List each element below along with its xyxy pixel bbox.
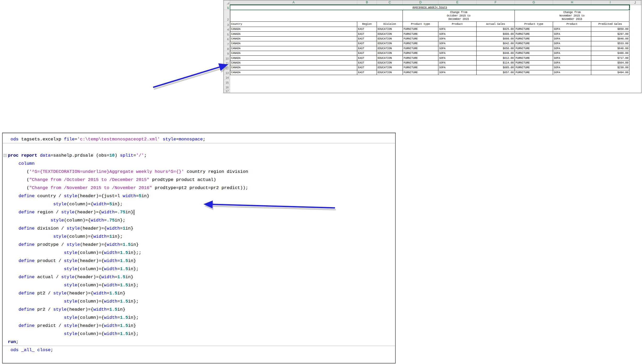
column-header-E[interactable]: E [438, 0, 477, 5]
code-line-24[interactable]: define predict / style(header)={width=1.… [3, 322, 395, 330]
data-cell[interactable]: $925.00 [477, 27, 515, 32]
group-header-oct-dec[interactable]: Change fromOctober 2015 toDecember 2015 [403, 10, 515, 22]
row-number-3[interactable]: 3 [224, 22, 230, 27]
select-all-button[interactable] [224, 0, 230, 5]
column-header-C[interactable]: C [377, 0, 403, 5]
code-line-16[interactable]: define product / style(header)={width=1.… [3, 257, 395, 265]
data-cell[interactable]: $717.00 [591, 56, 629, 60]
data-cell[interactable]: $850.00 [591, 27, 629, 32]
code-line-15[interactable]: style(column)={width=1.5in};; [3, 249, 395, 257]
data-cell[interactable]: SOFA [553, 37, 591, 41]
data-cell[interactable]: FURNITURE [515, 46, 553, 51]
code-line-4[interactable]: column [3, 160, 395, 168]
data-cell[interactable]: FURNITURE [515, 32, 553, 36]
data-cell[interactable]: EDUCATION [377, 32, 403, 36]
data-cell[interactable]: FURNITURE [515, 56, 553, 60]
data-cell[interactable]: $230.00 [591, 65, 629, 70]
data-cell[interactable]: EDUCATION [377, 41, 403, 46]
data-cell[interactable]: SOFA [438, 32, 477, 36]
data-cell[interactable]: SOFA [438, 51, 477, 56]
data-cell[interactable]: CANADA [230, 65, 357, 70]
data-cell[interactable]: SOFA [438, 56, 477, 60]
row-number-6[interactable]: 6 [224, 37, 230, 41]
data-cell[interactable]: SOFA [553, 41, 591, 46]
row-number-11[interactable]: 11 [224, 61, 230, 65]
data-cell[interactable]: FURNITURE [515, 37, 553, 41]
data-cell[interactable]: FURNITURE [403, 37, 438, 41]
data-cell[interactable]: $646.00 [591, 46, 629, 51]
column-header-F[interactable]: F [477, 0, 515, 5]
header-cell[interactable]: Division [377, 22, 403, 27]
data-cell[interactable]: $533.00 [591, 41, 629, 46]
data-cell[interactable]: CANADA [230, 32, 357, 36]
row-number-7[interactable]: 7 [224, 41, 230, 46]
code-line-1[interactable]: ods tagsets.excelxp file='c:\temp\testmo… [3, 135, 395, 143]
data-cell[interactable]: $657.00 [477, 70, 515, 75]
row-number-10[interactable]: 10 [224, 56, 230, 60]
data-cell[interactable]: CANADA [230, 51, 357, 56]
data-cell[interactable]: CANADA [230, 41, 357, 46]
data-cell[interactable]: EAST [357, 41, 377, 46]
data-cell[interactable]: FURNITURE [515, 41, 553, 46]
data-cell[interactable]: FURNITURE [515, 51, 553, 56]
header-cell[interactable]: Product type [403, 22, 438, 27]
data-cell[interactable]: CANADA [230, 37, 357, 41]
data-cell[interactable]: FURNITURE [403, 65, 438, 70]
row-number-9[interactable]: 9 [224, 51, 230, 56]
row-number-13[interactable]: 13 [224, 70, 230, 75]
empty-group-cell[interactable] [230, 10, 403, 22]
data-cell[interactable]: EAST [357, 65, 377, 70]
data-cell[interactable]: SOFA [553, 70, 591, 75]
header-cell[interactable]: Actual Sales [477, 22, 515, 27]
code-line-22[interactable]: define pr2 / style(header)={width=1.5in} [3, 305, 395, 314]
column-header-I[interactable]: I [591, 0, 629, 5]
data-cell[interactable]: $114.00 [477, 61, 515, 65]
data-cell[interactable]: CANADA [230, 61, 357, 65]
data-cell[interactable]: FURNITURE [403, 41, 438, 46]
data-cell[interactable]: SOFA [553, 27, 591, 32]
data-cell[interactable]: SOFA [553, 51, 591, 56]
code-line-26[interactable]: run; [3, 338, 395, 346]
header-cell[interactable]: Product type [515, 22, 553, 27]
data-cell[interactable]: EAST [357, 61, 377, 65]
column-header-H[interactable]: H [553, 0, 591, 5]
data-cell[interactable]: CANADA [230, 46, 357, 51]
data-cell[interactable]: FURNITURE [403, 56, 438, 60]
data-cell[interactable]: $608.00 [477, 37, 515, 41]
code-line-25[interactable]: style(column)={width=1.5in}; [3, 330, 395, 338]
code-line-7[interactable]: ("Change from /November 2015 to /Novembe… [3, 184, 395, 192]
data-cell[interactable]: FURNITURE [403, 51, 438, 56]
data-cell[interactable]: EAST [357, 51, 377, 56]
group-header-nov-nov[interactable]: Change fromNovember 2015 toNovember 2016 [515, 10, 629, 22]
data-cell[interactable]: $486.00 [591, 51, 629, 56]
row-number-14[interactable]: 14 [224, 75, 230, 80]
data-cell[interactable]: CANADA [230, 56, 357, 60]
row-number-5[interactable]: 5 [224, 32, 230, 36]
code-line-19[interactable]: style(column)={width=1.5in}; [3, 281, 395, 289]
data-cell[interactable]: FURNITURE [403, 27, 438, 32]
data-cell[interactable]: $642.00 [477, 41, 515, 46]
data-cell[interactable]: FURNITURE [403, 46, 438, 51]
fill-handle[interactable] [628, 9, 630, 10]
data-cell[interactable]: FURNITURE [403, 61, 438, 65]
code-line-6[interactable]: ("Change from /October 2015 to /December… [3, 176, 395, 184]
data-cell[interactable]: EDUCATION [377, 27, 403, 32]
data-cell[interactable]: FURNITURE [515, 70, 553, 75]
data-cell[interactable]: $656.00 [477, 46, 515, 51]
data-cell[interactable]: $612.00 [477, 56, 515, 60]
header-cell[interactable]: Region [357, 22, 377, 27]
header-cell[interactable]: Country [230, 22, 357, 27]
code-line-18[interactable]: define actual / style(header)={width=1.5… [3, 273, 395, 281]
data-cell[interactable]: SOFA [438, 41, 477, 46]
data-cell[interactable]: EAST [357, 32, 377, 36]
data-cell[interactable]: $948.00 [477, 51, 515, 56]
data-cell[interactable]: FURNITURE [403, 32, 438, 36]
column-header-D[interactable]: D [403, 0, 438, 5]
data-cell[interactable]: SOFA [438, 65, 477, 70]
row-number-8[interactable]: 8 [224, 46, 230, 51]
data-cell[interactable]: EDUCATION [377, 51, 403, 56]
code-line-10[interactable]: define region / style(header)={width=.75… [3, 208, 395, 216]
code-fold-icon[interactable]: − [4, 154, 7, 157]
row-number-17[interactable]: 17 [224, 89, 230, 93]
title-cell[interactable]: Aggregate weekly hours [230, 5, 629, 10]
